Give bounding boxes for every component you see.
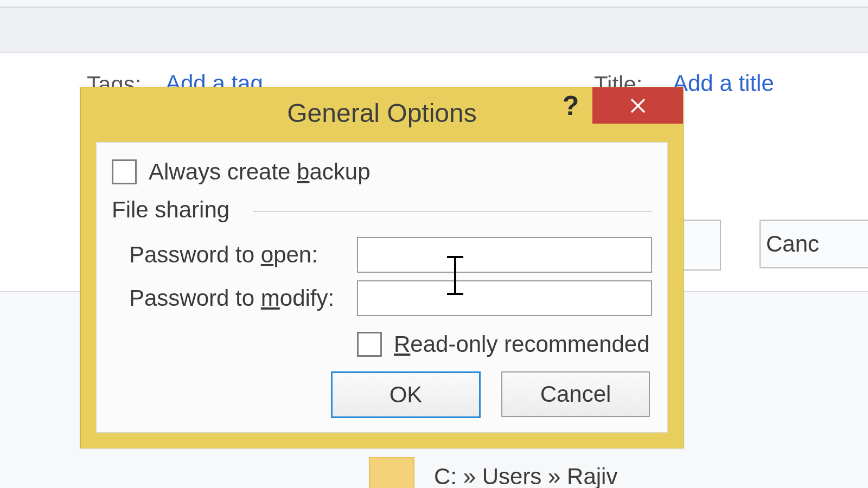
password-open-row: Password to open: (112, 237, 652, 273)
close-button[interactable] (592, 87, 683, 124)
password-open-input[interactable] (357, 237, 652, 273)
help-icon: ? (563, 90, 579, 121)
ok-button[interactable]: OK (331, 371, 481, 418)
bg-cancel-button[interactable]: Canc (760, 220, 868, 268)
always-backup-label: Always create backup (149, 159, 371, 185)
breadcrumb: C: » Users » Rajiv (434, 464, 617, 488)
always-backup-row: Always create backup (112, 159, 652, 185)
dialog-titlebar: General Options ? (81, 87, 683, 139)
folder-icon (369, 457, 414, 488)
title-placeholder[interactable]: Add a title (673, 70, 774, 97)
dialog-title: General Options (287, 98, 477, 128)
file-sharing-heading: File sharing (112, 197, 652, 223)
general-options-dialog: General Options ? Always create backup F… (80, 87, 684, 448)
dialog-button-row: OK Cancel (112, 371, 652, 418)
readonly-label: Read-only recommended (394, 331, 650, 357)
help-button[interactable]: ? (549, 87, 592, 124)
readonly-row: Read-only recommended (112, 331, 652, 357)
close-icon (630, 98, 646, 114)
readonly-checkbox[interactable] (357, 332, 382, 357)
dialog-body: Always create backup File sharing Passwo… (96, 142, 668, 433)
bg-ribbon (0, 8, 868, 53)
always-backup-checkbox[interactable] (112, 159, 137, 184)
password-modify-label: Password to modify: (129, 285, 357, 311)
cancel-button[interactable]: Cancel (501, 371, 650, 417)
password-modify-input[interactable] (357, 280, 652, 316)
password-open-label: Password to open: (129, 242, 357, 268)
password-modify-row: Password to modify: (112, 280, 652, 316)
